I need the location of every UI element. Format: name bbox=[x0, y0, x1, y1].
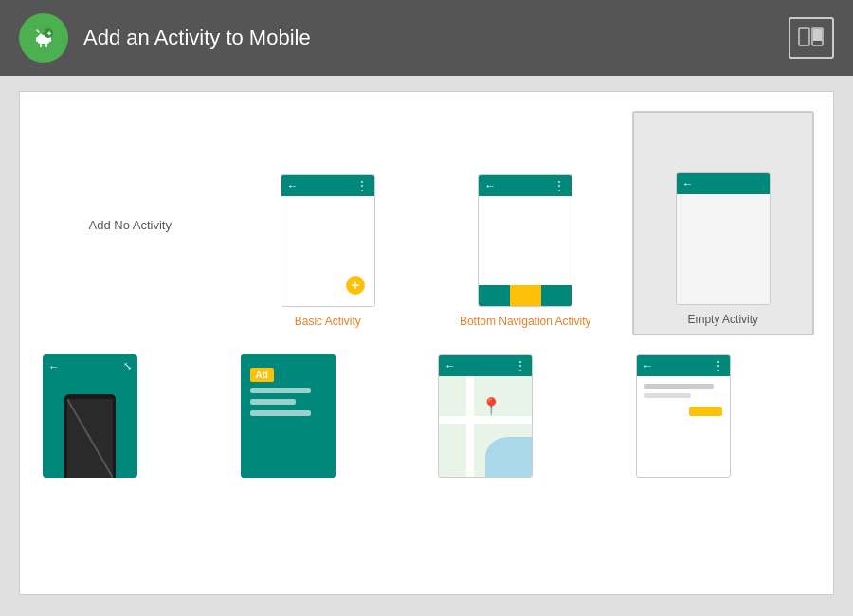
menu-dots-icon2: ⋮ bbox=[554, 179, 566, 192]
fullscreen-mockup: ← ⤡ bbox=[43, 354, 137, 478]
fullscreen-expand-icon: ⤡ bbox=[123, 360, 132, 372]
map-road-horizontal bbox=[439, 416, 532, 424]
nav-item-3 bbox=[541, 285, 572, 306]
basic-body: + bbox=[281, 196, 374, 306]
wizard-header: ✦ Add an Activity to Mobile bbox=[0, 0, 853, 76]
svg-rect-14 bbox=[813, 29, 822, 41]
ad-line-2 bbox=[250, 399, 296, 405]
svg-point-2 bbox=[40, 34, 43, 37]
map-topbar: ← ⋮ bbox=[439, 355, 532, 376]
empty-back-arrow: ← bbox=[677, 173, 770, 194]
back-arrow-icon: ← bbox=[287, 179, 299, 192]
fab-icon: + bbox=[346, 276, 365, 295]
map-pin-icon: 📍 bbox=[481, 396, 501, 417]
ad-mockup: Ad bbox=[241, 354, 336, 478]
ad-line-3 bbox=[250, 410, 311, 416]
settings-line-1 bbox=[644, 384, 715, 389]
activity-item-maps[interactable]: ← ⋮ 📍 bbox=[434, 351, 617, 575]
fullscreen-back-icon: ← bbox=[48, 360, 60, 373]
svg-rect-6 bbox=[36, 37, 38, 42]
ad-line-1 bbox=[250, 388, 311, 393]
basic-activity-label: Basic Activity bbox=[295, 315, 361, 332]
empty-activity-label: Empty Activity bbox=[687, 313, 758, 330]
activity-item-empty[interactable]: ← Empty Activity bbox=[632, 111, 815, 335]
map-mockup: ← ⋮ 📍 bbox=[438, 354, 533, 478]
back-arrow-icon2: ← bbox=[484, 179, 496, 192]
bottom-nav-bar bbox=[479, 285, 572, 306]
settings-topbar: ← ⋮ bbox=[637, 355, 730, 376]
phone-outline bbox=[64, 394, 116, 478]
settings-line-2 bbox=[644, 393, 691, 398]
android-studio-logo: ✦ bbox=[19, 13, 68, 63]
activity-item-settings[interactable]: ← ⋮ bbox=[632, 351, 815, 575]
main-content: Add No Activity ← ⋮ + Basic Activity ← ⋮ bbox=[0, 76, 853, 605]
bottom-nav-body bbox=[479, 196, 572, 285]
svg-rect-12 bbox=[799, 28, 809, 45]
activity-item-fullscreen[interactable]: ← ⤡ bbox=[39, 351, 222, 575]
wizard-title: Add an Activity to Mobile bbox=[83, 26, 311, 50]
nav-item-1 bbox=[479, 285, 510, 306]
nav-item-2 bbox=[510, 285, 541, 306]
map-body: 📍 bbox=[439, 376, 532, 477]
activity-gallery: Add No Activity ← ⋮ + Basic Activity ← ⋮ bbox=[19, 91, 834, 595]
phone-screen bbox=[67, 399, 113, 478]
settings-dots-icon: ⋮ bbox=[713, 359, 724, 372]
bottom-nav-mockup: ← ⋮ bbox=[478, 174, 572, 307]
activity-item-basic[interactable]: ← ⋮ + Basic Activity bbox=[237, 111, 420, 335]
wizard-footer: Previous Next Cancel Finish bbox=[0, 605, 853, 616]
map-back-icon: ← bbox=[445, 359, 456, 372]
bottom-nav-topbar: ← ⋮ bbox=[479, 175, 572, 196]
empty-body bbox=[677, 194, 770, 304]
svg-rect-9 bbox=[45, 44, 47, 47]
map-water bbox=[485, 437, 532, 477]
activity-item-bottom-nav[interactable]: ← ⋮ Bottom Navigation Activity bbox=[434, 111, 617, 335]
map-road-vertical bbox=[466, 376, 474, 477]
no-activity-label: Add No Activity bbox=[89, 218, 172, 236]
settings-back-icon: ← bbox=[643, 359, 654, 372]
bottom-nav-label: Bottom Navigation Activity bbox=[460, 315, 591, 332]
svg-text:✦: ✦ bbox=[46, 30, 52, 37]
map-dots-icon: ⋮ bbox=[515, 359, 526, 372]
layout-icon[interactable] bbox=[789, 17, 834, 59]
activity-item-no-activity[interactable]: Add No Activity bbox=[39, 111, 222, 335]
empty-topbar: ← bbox=[677, 173, 770, 194]
basic-activity-mockup: ← ⋮ + bbox=[281, 174, 375, 307]
settings-body bbox=[637, 376, 730, 477]
settings-button-mockup bbox=[689, 407, 722, 416]
menu-dots-icon: ⋮ bbox=[356, 179, 369, 192]
svg-line-15 bbox=[67, 399, 113, 478]
svg-rect-8 bbox=[40, 44, 42, 47]
ad-badge: Ad bbox=[250, 368, 274, 382]
header-left: ✦ Add an Activity to Mobile bbox=[19, 13, 311, 63]
settings-mockup: ← ⋮ bbox=[636, 354, 731, 478]
activity-item-ad[interactable]: Ad bbox=[237, 351, 420, 575]
basic-topbar: ← ⋮ bbox=[281, 175, 374, 196]
empty-activity-mockup: ← bbox=[676, 172, 771, 305]
